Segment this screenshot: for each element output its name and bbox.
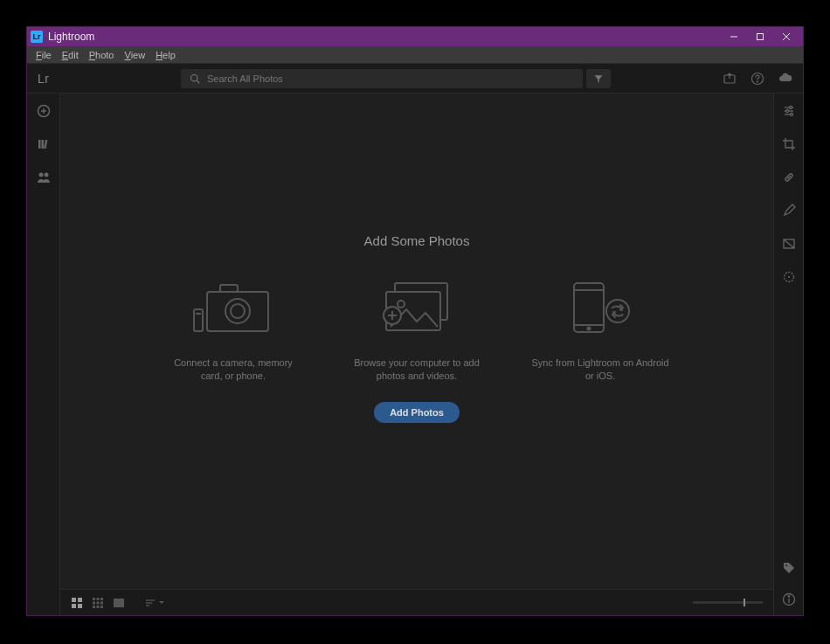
svg-point-54: [789, 107, 792, 109]
filter-button[interactable]: [586, 69, 611, 88]
card-browse: Browse your computer to add photos and v…: [347, 276, 487, 424]
card-connect: Connect a camera, memory card, or phone.: [163, 276, 303, 424]
svg-rect-1: [757, 34, 764, 40]
share-icon[interactable]: [723, 72, 737, 86]
svg-rect-47: [114, 599, 124, 607]
info-icon[interactable]: [782, 592, 796, 606]
svg-point-32: [588, 327, 591, 329]
cloud-icon[interactable]: [778, 72, 792, 86]
svg-point-33: [606, 300, 629, 322]
svg-point-66: [788, 596, 789, 597]
camera-icon: [190, 276, 277, 337]
svg-point-56: [790, 114, 792, 116]
menu-view[interactable]: View: [119, 48, 150, 62]
card-text: Connect a camera, memory card, or phone.: [163, 357, 303, 384]
small-grid-button[interactable]: [92, 597, 104, 609]
single-view-button[interactable]: [113, 597, 125, 609]
chevron-down-icon: [158, 599, 165, 606]
app-window: Lr Lightroom File Edit Photo View Help L…: [26, 26, 804, 616]
grid-view-button[interactable]: [71, 597, 83, 609]
app-icon: Lr: [31, 31, 43, 43]
people-icon[interactable]: [37, 170, 51, 184]
empty-state: Add Some Photos Connect a camera, memory…: [60, 93, 773, 615]
window-title: Lightroom: [48, 31, 721, 43]
menu-edit[interactable]: Edit: [57, 48, 84, 62]
svg-rect-44: [93, 606, 95, 608]
search-input[interactable]: [207, 73, 574, 84]
svg-point-19: [225, 299, 250, 323]
minimize-button[interactable]: [721, 27, 747, 46]
svg-rect-14: [44, 140, 47, 149]
svg-rect-35: [78, 598, 82, 602]
title-bar: Lr Lightroom: [27, 27, 803, 46]
svg-rect-21: [194, 309, 203, 331]
close-button[interactable]: [773, 27, 799, 46]
card-sync: Sync from Lightroom on Android or iOS.: [530, 276, 670, 424]
search-box[interactable]: [181, 69, 583, 88]
svg-point-4: [191, 74, 198, 81]
maximize-button[interactable]: [747, 27, 773, 46]
svg-point-62: [788, 276, 790, 278]
svg-point-15: [38, 173, 43, 177]
search-icon: [190, 73, 200, 84]
tag-icon[interactable]: [782, 561, 796, 575]
menu-file[interactable]: File: [31, 48, 57, 62]
card-text: Browse your computer to add photos and v…: [347, 357, 487, 384]
add-icon[interactable]: [37, 104, 51, 118]
edit-panel-icon[interactable]: [782, 104, 796, 118]
svg-line-5: [197, 80, 199, 83]
svg-rect-38: [93, 598, 95, 600]
svg-rect-12: [38, 140, 41, 149]
svg-rect-43: [100, 601, 103, 604]
sidebar-right: [773, 93, 803, 615]
svg-rect-36: [72, 604, 76, 608]
heal-icon[interactable]: [782, 170, 796, 184]
menu-bar: File Edit Photo View Help: [27, 46, 803, 64]
svg-rect-45: [97, 606, 100, 608]
svg-rect-39: [97, 598, 100, 600]
svg-point-20: [231, 304, 245, 318]
brush-icon[interactable]: [782, 204, 796, 218]
svg-rect-18: [220, 285, 238, 292]
svg-rect-46: [100, 606, 103, 608]
svg-rect-40: [100, 598, 103, 600]
main-content: Add Some Photos Connect a camera, memory…: [60, 93, 773, 615]
radial-icon[interactable]: [782, 270, 796, 284]
crop-icon[interactable]: [782, 137, 796, 151]
svg-rect-41: [93, 601, 95, 604]
card-text: Sync from Lightroom on Android or iOS.: [530, 357, 670, 384]
menu-photo[interactable]: Photo: [84, 48, 120, 62]
svg-rect-42: [97, 601, 100, 604]
library-icon[interactable]: [37, 137, 51, 151]
sync-icon: [557, 276, 644, 337]
svg-line-60: [784, 239, 794, 248]
sort-button[interactable]: [144, 598, 165, 608]
svg-rect-37: [78, 604, 82, 608]
svg-rect-17: [207, 292, 268, 331]
app-logo: Lr: [38, 72, 69, 86]
bottom-bar: [60, 589, 773, 615]
toolbar: Lr: [27, 64, 803, 93]
empty-title: Add Some Photos: [364, 233, 470, 248]
menu-help[interactable]: Help: [150, 48, 181, 62]
browse-icon: [373, 276, 460, 337]
svg-point-8: [757, 81, 758, 82]
svg-point-16: [44, 173, 48, 177]
svg-point-63: [785, 564, 787, 566]
svg-rect-34: [72, 598, 76, 602]
add-photos-button[interactable]: Add Photos: [374, 402, 460, 423]
help-icon[interactable]: [750, 72, 764, 86]
gradient-icon[interactable]: [782, 237, 796, 251]
zoom-slider[interactable]: [693, 601, 763, 604]
sidebar-left: [27, 93, 60, 615]
svg-point-55: [785, 110, 788, 113]
svg-rect-13: [41, 140, 44, 149]
